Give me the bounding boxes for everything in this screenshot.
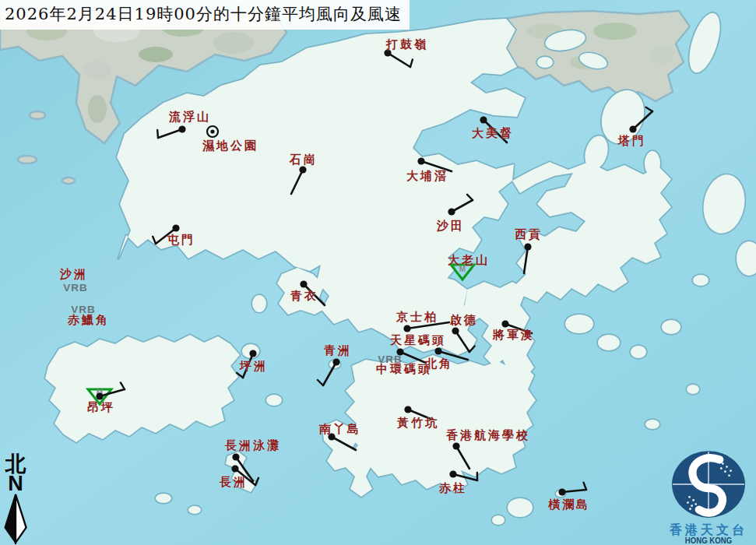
station-dot: [434, 347, 441, 354]
station-label[interactable]: 塔門: [618, 134, 646, 149]
wind-map-page: MM 打鼓嶺流浮山濕地公園石崗大美督塔門大埔滘沙田西貢大老山屯門VRB沙洲VRB…: [0, 0, 756, 545]
station-label[interactable]: 石崗: [290, 153, 318, 167]
station-label[interactable]: 沙洲: [60, 267, 88, 282]
station-label[interactable]: 香港航海學校: [446, 428, 530, 443]
station-dot: [232, 453, 239, 460]
station-label[interactable]: 長洲泳灘: [225, 438, 281, 453]
station-label[interactable]: 赤鱲角: [68, 313, 110, 328]
station-label[interactable]: 南丫島: [319, 422, 361, 437]
station-dot: [249, 350, 256, 357]
station-label[interactable]: 濕地公園: [202, 139, 258, 153]
station-label[interactable]: 沙田: [437, 219, 465, 234]
vrb-wind-label: VRB: [63, 282, 88, 294]
station-label[interactable]: 西貢: [515, 227, 543, 242]
station-dot: [172, 224, 179, 231]
station-label[interactable]: 黃竹坑: [397, 416, 439, 431]
station-dot: [403, 325, 410, 332]
station-label[interactable]: 流浮山: [169, 110, 211, 125]
station-dot: [452, 442, 459, 449]
station-dot: [300, 280, 307, 287]
station-label[interactable]: 天星碼頭: [390, 333, 446, 348]
map-title: 2026年2月24日19時00分的十分鐘平均風向及風速: [0, 0, 410, 30]
station-dot: [558, 488, 565, 495]
station-label[interactable]: 赤柱: [439, 481, 467, 496]
hko-logo: 香港天文台 HONG KONG OBSERVATORY: [662, 449, 755, 545]
station-label[interactable]: 大老山: [448, 253, 490, 268]
hko-name-chinese: 香港天文台: [662, 524, 755, 536]
station-label[interactable]: 長洲: [220, 475, 248, 490]
station-dot: [210, 129, 214, 133]
station-dot: [178, 125, 185, 132]
station-dot: [501, 320, 508, 327]
north-arrow-icon: [2, 493, 29, 544]
station-dot: [448, 208, 455, 215]
station-dot: [96, 392, 103, 399]
station-label[interactable]: 青洲: [324, 343, 352, 358]
station-label[interactable]: 大埔滘: [406, 169, 448, 184]
station-label[interactable]: 坪洲: [240, 359, 268, 374]
station-dot: [404, 406, 411, 413]
station-dot: [417, 157, 424, 164]
station-label[interactable]: 中環碼頭: [376, 362, 432, 377]
wind-half-barb: [157, 130, 158, 138]
hong-kong-wind-map: MM: [0, 0, 756, 545]
station-label[interactable]: 打鼓嶺: [386, 37, 428, 52]
station-dot: [480, 116, 487, 123]
north-compass: 北 N: [2, 454, 30, 544]
hko-name-english: HONG KONG OBSERVATORY: [663, 536, 753, 545]
station-label[interactable]: 啟德: [450, 313, 478, 328]
station-dot: [629, 125, 636, 132]
station-label[interactable]: 昂坪: [87, 400, 115, 415]
station-dot: [231, 465, 238, 472]
station-dot: [524, 243, 531, 250]
station-label[interactable]: 屯門: [167, 233, 195, 248]
hko-logo-icon: [670, 449, 747, 519]
station-dot: [449, 470, 456, 477]
station-label[interactable]: 京士柏: [396, 310, 438, 325]
station-label[interactable]: 青衣: [290, 289, 318, 304]
station-label[interactable]: 大美督: [472, 126, 514, 141]
station-dot: [299, 166, 306, 173]
station-dot: [452, 327, 459, 334]
station-label[interactable]: 橫瀾島: [548, 498, 590, 512]
north-letter: N: [2, 474, 30, 493]
station-label[interactable]: 將軍澳: [493, 328, 535, 343]
station-dot: [332, 358, 339, 365]
